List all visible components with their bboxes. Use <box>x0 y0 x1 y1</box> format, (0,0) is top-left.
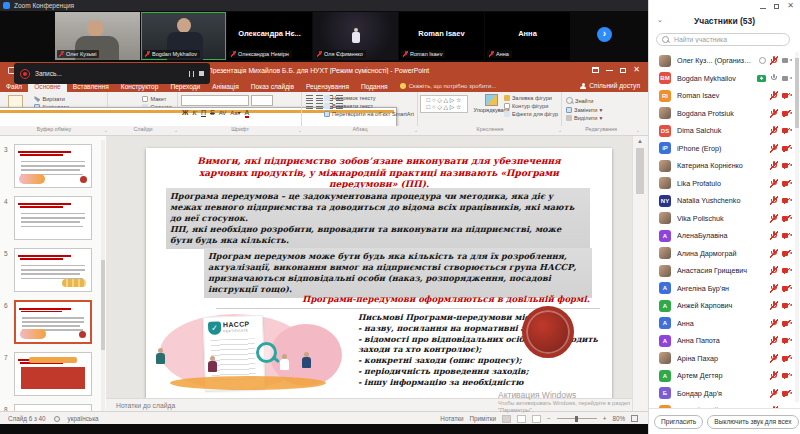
tab-анімація[interactable]: Анімація <box>206 80 245 92</box>
participant-row[interactable]: AАнгеліна Бур'ян <box>649 280 800 298</box>
slide-thumbnail-6[interactable] <box>14 300 92 344</box>
strikethrough-button[interactable]: S <box>210 109 215 116</box>
maximize-icon[interactable] <box>620 68 626 73</box>
dialog-launcher-icon[interactable]: ⌐ <box>414 129 417 135</box>
dialog-launcher-icon[interactable]: ⌐ <box>636 129 639 135</box>
zoom-percent[interactable]: 80% <box>612 415 625 422</box>
camera-off-icon[interactable] <box>782 250 792 257</box>
close-icon[interactable]: ✕ <box>633 66 640 74</box>
participant-row[interactable]: iPiPhone (Егор) <box>649 140 800 158</box>
video-tile[interactable]: Оля Єфименко <box>313 12 398 60</box>
ribbon-display-options-icon[interactable] <box>592 67 599 73</box>
dialog-launcher-icon[interactable]: ⌐ <box>174 129 177 135</box>
camera-off-icon[interactable] <box>782 338 792 345</box>
canvas-scrollbar[interactable]: ▲ ▲▼ <box>632 136 647 434</box>
camera-off-icon[interactable] <box>782 215 792 222</box>
tab-подання[interactable]: Подання <box>355 80 394 92</box>
muted-mic-icon[interactable] <box>770 354 778 363</box>
muted-mic-icon[interactable] <box>770 109 778 118</box>
dialog-launcher-icon[interactable]: ⌐ <box>104 129 107 135</box>
camera-off-icon[interactable] <box>782 390 792 397</box>
video-tile[interactable]: АннаАнна <box>485 12 570 60</box>
smartart-button[interactable]: Перетворити на об'єкт SmartArt <box>324 111 414 117</box>
underline-button[interactable]: П <box>201 109 206 116</box>
participant-row[interactable]: AАнжей Карпович <box>649 297 800 315</box>
minimize-icon[interactable] <box>760 8 766 9</box>
participant-row[interactable]: AАртем Дегтяр <box>649 367 800 385</box>
replace-button[interactable]: Замінити ▾ <box>566 107 636 113</box>
slide-sorter-view-button[interactable] <box>517 415 526 423</box>
muted-mic-icon[interactable] <box>770 389 778 398</box>
camera-off-icon[interactable] <box>782 93 792 100</box>
language-label[interactable]: українська <box>68 415 99 422</box>
participant-row[interactable]: Аріна Пахар <box>649 350 800 368</box>
muted-mic-icon[interactable] <box>770 284 778 293</box>
muted-mic-icon[interactable] <box>770 214 778 223</box>
notes-toggle[interactable]: Нотатки <box>440 415 463 422</box>
stop-recording-icon[interactable] <box>199 71 204 76</box>
next-videos-button[interactable]: › <box>597 27 612 42</box>
camera-off-icon[interactable] <box>782 268 792 275</box>
camera-icon[interactable] <box>782 75 792 82</box>
fit-slide-icon[interactable] <box>631 415 638 422</box>
text-direction-button[interactable]: Напрямок тексту <box>324 95 414 101</box>
muted-mic-icon[interactable] <box>770 161 778 170</box>
zoom-slider[interactable] <box>557 418 597 419</box>
shapes-gallery[interactable]: □ ○ ◇ △ ▷ ☆□ ○ ◇ △ ▷ ☆ <box>420 95 468 113</box>
camera-off-icon[interactable] <box>782 355 792 362</box>
camera-off-icon[interactable] <box>782 233 792 240</box>
camera-off-icon[interactable] <box>782 303 792 310</box>
scroll-up-icon[interactable]: ▲ <box>633 138 647 144</box>
bold-button[interactable]: Ж <box>182 109 188 116</box>
participant-row[interactable]: Олег Куз... (Организатор, я) <box>649 52 800 70</box>
numbering-icon[interactable] <box>316 95 323 101</box>
italic-button[interactable]: К <box>192 109 197 117</box>
muted-mic-icon[interactable] <box>770 371 778 380</box>
participant-row[interactable]: Vika Polischuk <box>649 210 800 228</box>
tab-показ слайдів[interactable]: Показ слайдів <box>245 80 300 92</box>
participant-row[interactable]: Алина Дармограй <box>649 245 800 263</box>
slide-thumbnail-4[interactable] <box>14 196 92 240</box>
camera-off-icon[interactable] <box>782 320 792 327</box>
search-input[interactable] <box>672 35 784 44</box>
camera-icon[interactable] <box>782 58 792 65</box>
participant-row[interactable]: Lika Profatulo <box>649 175 800 193</box>
pause-recording-icon[interactable] <box>189 71 194 77</box>
align-left-icon[interactable] <box>306 103 313 109</box>
zoom-in-button[interactable]: + <box>603 415 607 422</box>
muted-mic-icon[interactable] <box>770 249 778 258</box>
mute-all-button[interactable]: Выключить звук для всех <box>707 415 798 429</box>
screen-share-icon[interactable] <box>757 75 766 82</box>
camera-off-icon[interactable] <box>782 198 792 205</box>
tell-me-box[interactable]: Скажіть, що потрібно зробити... <box>400 83 497 92</box>
zoom-out-button[interactable]: − <box>547 415 551 422</box>
minimize-icon[interactable] <box>606 70 613 71</box>
camera-off-icon[interactable] <box>782 180 792 187</box>
muted-mic-icon[interactable] <box>770 126 778 135</box>
close-icon[interactable]: ✕ <box>787 2 794 10</box>
camera-off-icon[interactable] <box>782 285 792 292</box>
participants-scrollbar[interactable] <box>795 52 799 402</box>
camera-off-icon[interactable] <box>782 373 792 380</box>
comments-toggle[interactable]: Примітки <box>470 415 496 422</box>
participant-row[interactable]: AАнна Папота <box>649 332 800 350</box>
font-size-combobox[interactable] <box>251 95 273 106</box>
slide-thumbnail-3[interactable] <box>14 144 92 188</box>
muted-mic-icon[interactable] <box>770 266 778 275</box>
participant-row[interactable]: BMBogdan Mykhailov <box>649 70 800 88</box>
video-tile[interactable]: Олександра Нє...Олександра Немірн <box>227 12 312 60</box>
change-case-icon[interactable]: Aa▾ <box>230 109 240 116</box>
video-tile[interactable]: Roman IsaevRoman Isaev <box>399 12 484 60</box>
dialog-launcher-icon[interactable]: ⌐ <box>298 129 301 135</box>
muted-mic-icon[interactable] <box>770 319 778 328</box>
tab-рецензування[interactable]: Рецензування <box>300 80 355 92</box>
camera-off-icon[interactable] <box>782 163 792 170</box>
shape-fill-button[interactable]: Заливка фігури <box>504 95 558 101</box>
muted-mic-icon[interactable] <box>770 179 778 188</box>
dialog-launcher-icon[interactable]: ⌐ <box>558 129 561 135</box>
camera-off-icon[interactable] <box>782 110 792 117</box>
shape-effects-button[interactable]: Ефекти для фігур <box>504 111 558 117</box>
participant-row[interactable]: Bogdana Protsiuk <box>649 105 800 123</box>
participant-row[interactable]: Анастасия Грищевич <box>649 262 800 280</box>
muted-mic-icon[interactable] <box>770 336 778 345</box>
